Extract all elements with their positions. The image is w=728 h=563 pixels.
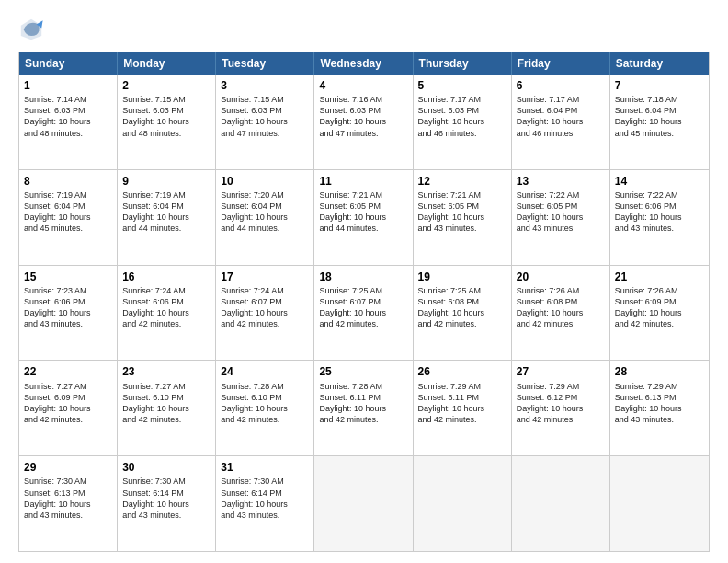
calendar-row: 29Sunrise: 7:30 AM Sunset: 6:13 PM Dayli… (19, 455, 709, 551)
day-number: 29 (24, 460, 112, 475)
cell-details: Sunrise: 7:22 AM Sunset: 6:05 PM Dayligh… (517, 190, 605, 235)
calendar-cell: 3Sunrise: 7:15 AM Sunset: 6:03 PM Daylig… (216, 75, 314, 169)
cell-details: Sunrise: 7:25 AM Sunset: 6:07 PM Dayligh… (319, 285, 407, 330)
calendar-cell: 28Sunrise: 7:29 AM Sunset: 6:13 PM Dayli… (610, 361, 709, 455)
calendar-cell: 21Sunrise: 7:26 AM Sunset: 6:09 PM Dayli… (610, 266, 709, 361)
calendar-cell: 7Sunrise: 7:18 AM Sunset: 6:04 PM Daylig… (610, 75, 709, 169)
calendar-row: 15Sunrise: 7:23 AM Sunset: 6:06 PM Dayli… (19, 265, 709, 361)
cell-details: Sunrise: 7:21 AM Sunset: 6:05 PM Dayligh… (418, 190, 506, 235)
day-number: 20 (517, 270, 605, 284)
calendar-cell: 6Sunrise: 7:17 AM Sunset: 6:04 PM Daylig… (512, 75, 610, 169)
calendar: SundayMondayTuesdayWednesdayThursdayFrid… (18, 52, 710, 552)
day-number: 18 (319, 270, 407, 284)
day-number: 31 (221, 460, 309, 475)
day-number: 3 (221, 78, 309, 93)
day-number: 23 (122, 364, 210, 379)
cell-details: Sunrise: 7:22 AM Sunset: 6:06 PM Dayligh… (615, 190, 704, 235)
cell-details: Sunrise: 7:14 AM Sunset: 6:03 PM Dayligh… (24, 94, 112, 139)
calendar-cell: 14Sunrise: 7:22 AM Sunset: 6:06 PM Dayli… (610, 170, 709, 265)
day-number: 30 (122, 460, 210, 475)
calendar-header-cell: Monday (118, 52, 216, 75)
cell-details: Sunrise: 7:20 AM Sunset: 6:04 PM Dayligh… (221, 190, 309, 235)
header (18, 17, 710, 42)
calendar-cell: 16Sunrise: 7:24 AM Sunset: 6:06 PM Dayli… (118, 266, 216, 361)
calendar-header-cell: Thursday (414, 52, 512, 75)
day-number: 19 (418, 270, 506, 284)
day-number: 1 (24, 78, 112, 93)
cell-details: Sunrise: 7:23 AM Sunset: 6:06 PM Dayligh… (24, 285, 112, 330)
cell-details: Sunrise: 7:29 AM Sunset: 6:11 PM Dayligh… (418, 381, 506, 426)
calendar-cell: 17Sunrise: 7:24 AM Sunset: 6:07 PM Dayli… (216, 266, 314, 361)
cell-details: Sunrise: 7:27 AM Sunset: 6:10 PM Dayligh… (122, 381, 210, 426)
day-number: 9 (122, 174, 210, 189)
cell-details: Sunrise: 7:29 AM Sunset: 6:12 PM Dayligh… (517, 381, 605, 426)
calendar-row: 22Sunrise: 7:27 AM Sunset: 6:09 PM Dayli… (19, 360, 709, 455)
day-number: 12 (418, 174, 506, 189)
cell-details: Sunrise: 7:26 AM Sunset: 6:08 PM Dayligh… (517, 285, 605, 330)
cell-details: Sunrise: 7:30 AM Sunset: 6:14 PM Dayligh… (122, 476, 210, 521)
day-number: 28 (615, 364, 704, 379)
cell-details: Sunrise: 7:29 AM Sunset: 6:13 PM Dayligh… (615, 381, 704, 426)
day-number: 22 (24, 364, 112, 379)
logo-icon (18, 17, 44, 42)
cell-details: Sunrise: 7:24 AM Sunset: 6:07 PM Dayligh… (221, 285, 309, 330)
calendar-cell: 29Sunrise: 7:30 AM Sunset: 6:13 PM Dayli… (19, 456, 118, 551)
day-number: 16 (122, 270, 210, 284)
cell-details: Sunrise: 7:15 AM Sunset: 6:03 PM Dayligh… (122, 94, 210, 139)
cell-details: Sunrise: 7:28 AM Sunset: 6:11 PM Dayligh… (319, 381, 407, 426)
calendar-cell: 12Sunrise: 7:21 AM Sunset: 6:05 PM Dayli… (414, 170, 512, 265)
calendar-header-cell: Friday (512, 52, 610, 75)
day-number: 17 (221, 270, 309, 284)
cell-details: Sunrise: 7:30 AM Sunset: 6:14 PM Dayligh… (221, 476, 309, 521)
cell-details: Sunrise: 7:27 AM Sunset: 6:09 PM Dayligh… (24, 381, 112, 426)
cell-details: Sunrise: 7:24 AM Sunset: 6:06 PM Dayligh… (122, 285, 210, 330)
cell-details: Sunrise: 7:19 AM Sunset: 6:04 PM Dayligh… (122, 190, 210, 235)
cell-details: Sunrise: 7:17 AM Sunset: 6:03 PM Dayligh… (418, 94, 506, 139)
calendar-header-cell: Sunday (19, 52, 118, 75)
calendar-cell: 11Sunrise: 7:21 AM Sunset: 6:05 PM Dayli… (314, 170, 413, 265)
calendar-cell: 26Sunrise: 7:29 AM Sunset: 6:11 PM Dayli… (414, 361, 512, 455)
logo (18, 17, 48, 42)
day-number: 15 (24, 270, 112, 284)
cell-details: Sunrise: 7:18 AM Sunset: 6:04 PM Dayligh… (615, 94, 704, 139)
calendar-cell: 23Sunrise: 7:27 AM Sunset: 6:10 PM Dayli… (118, 361, 216, 455)
calendar-cell: 13Sunrise: 7:22 AM Sunset: 6:05 PM Dayli… (512, 170, 610, 265)
calendar-cell: 22Sunrise: 7:27 AM Sunset: 6:09 PM Dayli… (19, 361, 118, 455)
cell-details: Sunrise: 7:16 AM Sunset: 6:03 PM Dayligh… (319, 94, 407, 139)
calendar-header-cell: Saturday (610, 52, 709, 75)
calendar-header-cell: Wednesday (314, 52, 413, 75)
cell-details: Sunrise: 7:19 AM Sunset: 6:04 PM Dayligh… (24, 190, 112, 235)
calendar-row: 8Sunrise: 7:19 AM Sunset: 6:04 PM Daylig… (19, 169, 709, 265)
calendar-cell (314, 456, 413, 551)
cell-details: Sunrise: 7:28 AM Sunset: 6:10 PM Dayligh… (221, 381, 309, 426)
calendar-cell: 30Sunrise: 7:30 AM Sunset: 6:14 PM Dayli… (118, 456, 216, 551)
day-number: 8 (24, 174, 112, 189)
calendar-cell: 18Sunrise: 7:25 AM Sunset: 6:07 PM Dayli… (314, 266, 413, 361)
cell-details: Sunrise: 7:21 AM Sunset: 6:05 PM Dayligh… (319, 190, 407, 235)
calendar-cell: 25Sunrise: 7:28 AM Sunset: 6:11 PM Dayli… (314, 361, 413, 455)
day-number: 6 (517, 78, 605, 93)
page: SundayMondayTuesdayWednesdayThursdayFrid… (0, 0, 728, 563)
cell-details: Sunrise: 7:30 AM Sunset: 6:13 PM Dayligh… (24, 476, 112, 521)
cell-details: Sunrise: 7:25 AM Sunset: 6:08 PM Dayligh… (418, 285, 506, 330)
calendar-header-cell: Tuesday (216, 52, 314, 75)
calendar-header-row: SundayMondayTuesdayWednesdayThursdayFrid… (19, 52, 709, 75)
calendar-cell: 20Sunrise: 7:26 AM Sunset: 6:08 PM Dayli… (512, 266, 610, 361)
day-number: 11 (319, 174, 407, 189)
cell-details: Sunrise: 7:15 AM Sunset: 6:03 PM Dayligh… (221, 94, 309, 139)
calendar-cell: 2Sunrise: 7:15 AM Sunset: 6:03 PM Daylig… (118, 75, 216, 169)
day-number: 24 (221, 364, 309, 379)
calendar-cell (414, 456, 512, 551)
calendar-cell: 31Sunrise: 7:30 AM Sunset: 6:14 PM Dayli… (216, 456, 314, 551)
calendar-cell: 4Sunrise: 7:16 AM Sunset: 6:03 PM Daylig… (314, 75, 413, 169)
day-number: 25 (319, 364, 407, 379)
calendar-cell: 15Sunrise: 7:23 AM Sunset: 6:06 PM Dayli… (19, 266, 118, 361)
calendar-row: 1Sunrise: 7:14 AM Sunset: 6:03 PM Daylig… (19, 75, 709, 169)
day-number: 21 (615, 270, 704, 284)
calendar-cell: 5Sunrise: 7:17 AM Sunset: 6:03 PM Daylig… (414, 75, 512, 169)
calendar-cell: 8Sunrise: 7:19 AM Sunset: 6:04 PM Daylig… (19, 170, 118, 265)
calendar-body: 1Sunrise: 7:14 AM Sunset: 6:03 PM Daylig… (19, 75, 709, 551)
day-number: 27 (517, 364, 605, 379)
calendar-cell: 1Sunrise: 7:14 AM Sunset: 6:03 PM Daylig… (19, 75, 118, 169)
day-number: 13 (517, 174, 605, 189)
